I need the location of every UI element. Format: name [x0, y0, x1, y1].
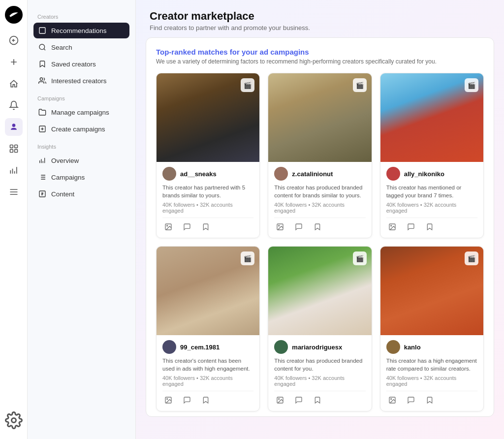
analytics-nav-icon[interactable] — [5, 161, 23, 179]
view-content-button[interactable] — [274, 221, 286, 233]
notification-nav-icon[interactable] — [5, 96, 23, 114]
svg-point-20 — [279, 399, 280, 400]
svg-point-12 — [167, 225, 168, 226]
creator-info: mariarodriguesx — [274, 340, 365, 354]
avatar — [386, 340, 400, 354]
sidebar-item-insights-campaigns[interactable]: Campaigns — [33, 169, 129, 185]
creator-image: 🎬 — [157, 247, 259, 335]
card-actions — [274, 391, 365, 407]
home-nav-icon[interactable] — [5, 75, 23, 93]
creators-grid: 🎬 ad__sneaks This creator has partnered … — [156, 73, 484, 411]
message-button[interactable] — [181, 394, 193, 406]
creator-image: 🎬 — [380, 73, 483, 162]
message-button[interactable] — [405, 221, 417, 233]
avatar — [162, 340, 176, 354]
message-icon — [183, 396, 191, 404]
card-badge: 🎬 — [465, 251, 478, 265]
gear-icon — [5, 411, 23, 429]
menu-nav-icon[interactable] — [5, 183, 23, 201]
save-button[interactable] — [424, 394, 436, 406]
message-button[interactable] — [293, 394, 305, 406]
view-content-button[interactable] — [274, 394, 286, 406]
save-button[interactable] — [200, 221, 212, 233]
svg-point-7 — [39, 44, 45, 50]
card-body: kanlo This creator has a high engagement… — [380, 335, 483, 411]
recommendations-box: Top-ranked matches for your ad campagins… — [146, 37, 494, 417]
folder-icon — [38, 108, 46, 116]
sidebar: Creators Recommendations Search Saved cr… — [28, 0, 136, 439]
card-body: ally_nikoniko This creator has mentioned… — [380, 162, 483, 238]
card-body: mariarodriguesx This creator has produce… — [268, 335, 371, 411]
creator-card: 🎬 mariarodriguesx This creator has produ… — [268, 246, 372, 411]
message-button[interactable] — [405, 394, 417, 406]
card-badge: 🎬 — [465, 78, 478, 92]
creators-section-label: Creators — [37, 14, 129, 20]
creator-card: 🎬 ally_nikoniko This creator has mention… — [380, 73, 484, 238]
sidebar-item-saved-creators[interactable]: Saved creators — [33, 56, 129, 72]
creator-image: 🎬 — [157, 73, 259, 162]
sidebar-item-search[interactable]: Search — [33, 39, 129, 55]
card-body: ad__sneaks This creator has partnered wi… — [157, 162, 259, 238]
creator-marketplace-nav-icon[interactable] — [5, 118, 23, 136]
people-icon — [9, 122, 19, 132]
card-actions — [386, 218, 477, 234]
back-nav-icon[interactable] — [5, 31, 23, 49]
recommendations-title: Top-ranked matches for your ad campagins — [156, 48, 484, 56]
brand-logo[interactable] — [5, 6, 23, 24]
view-content-button[interactable] — [386, 394, 398, 406]
sidebar-item-manage-campaigns[interactable]: Manage campaigns — [33, 104, 129, 120]
icon-bar — [0, 0, 28, 439]
svg-rect-6 — [39, 28, 45, 33]
content-icon — [38, 190, 46, 198]
sidebar-item-recommendations[interactable]: Recommendations — [33, 23, 129, 38]
svg-point-8 — [40, 78, 42, 80]
save-icon — [426, 223, 434, 231]
creator-info: 99_cem.1981 — [162, 340, 253, 354]
creator-image: 🎬 — [268, 73, 371, 162]
save-button[interactable] — [424, 221, 436, 233]
add-nav-icon[interactable] — [5, 53, 23, 71]
card-actions — [386, 391, 477, 407]
sidebar-item-create-campaigns[interactable]: Create campaigns — [33, 121, 129, 137]
image-icon — [164, 396, 172, 404]
view-content-button[interactable] — [162, 394, 174, 406]
card-badge: 🎬 — [241, 251, 254, 265]
message-button[interactable] — [181, 221, 193, 233]
avatar — [162, 167, 176, 181]
view-content-button[interactable] — [386, 221, 398, 233]
message-icon — [407, 396, 415, 404]
image-icon — [276, 396, 284, 404]
sidebar-item-interested-creators[interactable]: Interested creators — [33, 73, 129, 89]
creator-info: z.catalinionut — [274, 167, 365, 181]
page-header: Creator marketplace Find creators to par… — [136, 0, 504, 37]
recommendations-subtitle: We use a variety of determining factors … — [156, 58, 484, 65]
campaigns-section-label: Campaigns — [37, 95, 129, 101]
settings-nav-icon[interactable] — [5, 411, 23, 429]
save-button[interactable] — [312, 394, 323, 406]
message-button[interactable] — [293, 221, 305, 233]
campaigns-nav-icon[interactable] — [5, 140, 23, 157]
svg-point-16 — [390, 225, 391, 226]
save-icon — [202, 396, 210, 404]
bookmark-icon — [38, 60, 46, 68]
save-button[interactable] — [312, 221, 323, 233]
interested-icon — [38, 77, 46, 85]
sidebar-item-content[interactable]: Content — [33, 186, 129, 202]
view-content-button[interactable] — [162, 221, 174, 233]
svg-point-22 — [390, 399, 391, 400]
save-button[interactable] — [200, 394, 212, 406]
card-actions — [162, 391, 253, 407]
save-icon — [426, 396, 434, 404]
back-icon — [9, 35, 19, 45]
page-title: Creator marketplace — [150, 10, 490, 23]
recommendations-icon — [38, 27, 46, 34]
card-body: z.catalinionut This creator has produced… — [268, 162, 371, 238]
plus-square-icon — [38, 125, 46, 133]
avatar — [274, 340, 288, 354]
card-actions — [162, 218, 253, 234]
sidebar-item-overview[interactable]: Overview — [33, 153, 129, 168]
creator-card: 🎬 ad__sneaks This creator has partnered … — [156, 73, 260, 238]
card-actions — [274, 218, 365, 234]
main-content: Creator marketplace Find creators to par… — [136, 0, 504, 439]
message-icon — [183, 223, 191, 231]
